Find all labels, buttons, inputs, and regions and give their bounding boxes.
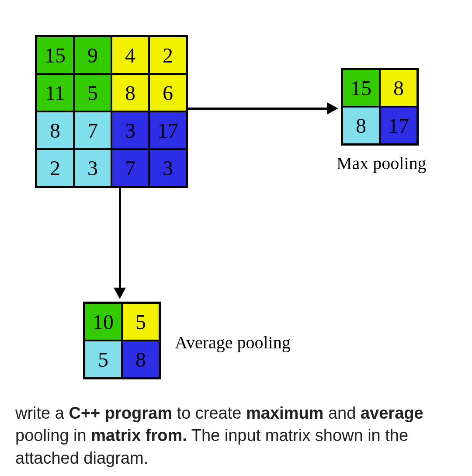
- arrow-down-head-icon: [114, 288, 126, 299]
- caption-text: and: [323, 404, 361, 422]
- caption-text: write a: [15, 404, 69, 422]
- matrix-cell: 9: [74, 36, 111, 74]
- average-pooling-matrix: 10558: [83, 302, 161, 379]
- matrix-cell: 2: [36, 149, 74, 187]
- input-matrix: 1594211586873172373: [35, 35, 188, 188]
- matrix-cell: 2: [149, 36, 187, 74]
- question-caption: write a C++ program to create maximum an…: [15, 402, 461, 469]
- caption-bold: C++ program: [69, 404, 172, 422]
- matrix-cell: 8: [111, 74, 149, 111]
- caption-text: to create: [172, 404, 246, 422]
- matrix-cell: 8: [122, 340, 160, 378]
- average-pooling-label: Average pooling: [175, 332, 291, 353]
- matrix-cell: 15: [342, 69, 380, 107]
- matrix-cell: 8: [380, 69, 417, 107]
- matrix-cell: 5: [84, 340, 122, 378]
- max-pooling-matrix: 158817: [341, 68, 419, 146]
- arrow-right-line: [188, 108, 328, 110]
- matrix-cell: 11: [36, 74, 74, 111]
- matrix-cell: 8: [342, 107, 380, 144]
- matrix-cell: 6: [149, 74, 187, 111]
- matrix-cell: 15: [36, 36, 74, 74]
- matrix-cell: 7: [111, 149, 149, 187]
- arrow-down-line: [119, 188, 121, 288]
- matrix-cell: 4: [111, 36, 149, 74]
- matrix-cell: 5: [122, 303, 160, 340]
- matrix-cell: 7: [74, 111, 111, 149]
- matrix-cell: 3: [74, 149, 111, 187]
- matrix-cell: 8: [36, 111, 74, 149]
- caption-bold: average: [361, 404, 423, 422]
- matrix-cell: 3: [111, 111, 149, 149]
- matrix-cell: 17: [149, 111, 187, 149]
- matrix-cell: 3: [149, 149, 187, 187]
- arrow-right-head-icon: [327, 102, 338, 115]
- matrix-cell: 10: [84, 303, 122, 340]
- caption-text: pooling in: [15, 426, 91, 445]
- matrix-cell: 5: [74, 74, 111, 111]
- diagram-canvas: 1594211586873172373 158817 Max pooling 1…: [0, 0, 472, 476]
- matrix-cell: 17: [380, 107, 417, 144]
- caption-bold: matrix from.: [91, 426, 187, 445]
- caption-bold: maximum: [246, 404, 323, 422]
- max-pooling-label: Max pooling: [337, 153, 427, 174]
